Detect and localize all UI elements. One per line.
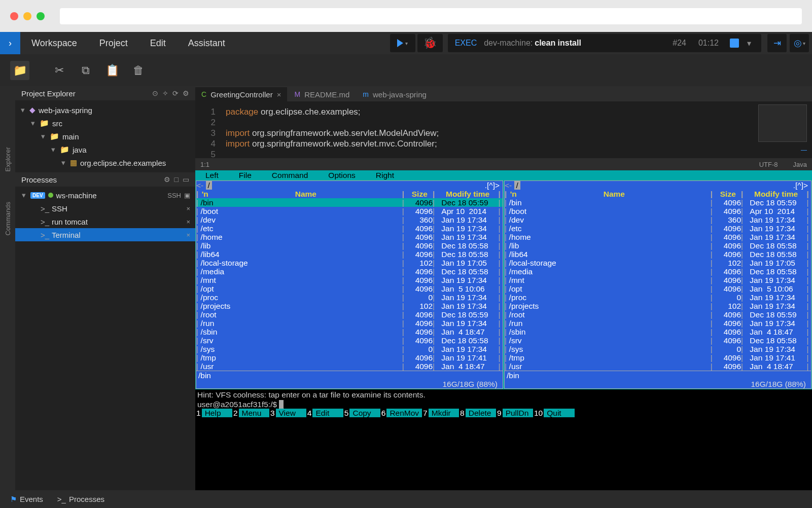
close-icon[interactable]: × [186, 231, 190, 239]
bottom-tab-events[interactable]: ⚑Events [10, 495, 43, 504]
gear-icon[interactable]: ⚙ [183, 89, 189, 97]
chevron-down-icon[interactable]: ▾ [20, 191, 27, 200]
mc-file-row[interactable]: |/dev|360|Jan 19 17:34| [196, 215, 503, 224]
rail-commands-tab[interactable]: Commands [4, 202, 12, 235]
rail-explorer-tab[interactable]: Explorer [4, 147, 12, 171]
remote-button[interactable]: ⇥ [767, 34, 787, 52]
mc-file-row[interactable]: |/tmp|4096|Jan 19 17:41| [505, 353, 811, 362]
mc-file-row[interactable]: |/local-storage|102|Jan 19 17:05| [505, 259, 811, 267]
mc-file-row[interactable]: |/boot|4096|Apr 10 2014| [196, 207, 503, 215]
url-bar[interactable] [60, 8, 802, 24]
chevron-down-icon[interactable]: ▾ [40, 132, 47, 141]
paste-button[interactable]: 📋 [102, 61, 122, 80]
new-file-button[interactable]: 📁 [10, 61, 29, 80]
code-body[interactable]: package org.eclipse.che.examples; import… [220, 106, 441, 158]
tree-row[interactable]: ▾📁src [15, 117, 195, 130]
tree-row[interactable]: ▾📁java [15, 143, 195, 156]
mc-path[interactable]: / [206, 181, 212, 190]
chevron-down-icon[interactable]: ▾ [29, 119, 37, 128]
close-icon[interactable]: × [186, 205, 190, 212]
mc-fkey[interactable]: 7Mkdir [422, 409, 459, 417]
mc-file-row[interactable]: |/opt|4096|Jan 5 10:06| [505, 284, 811, 293]
editor-tab[interactable]: mweb-java-spring [357, 87, 433, 101]
mc-file-row[interactable]: |/sbin|4096|Jan 4 18:47| [196, 328, 503, 336]
traffic-min-icon[interactable] [23, 12, 31, 20]
mc-file-row[interactable]: |/srv|4096|Dec 18 05:58| [196, 336, 503, 345]
close-icon[interactable]: × [277, 90, 281, 99]
mc-file-row[interactable]: |/home|4096|Jan 19 17:34| [196, 233, 503, 241]
locate-icon[interactable]: ⊙ [152, 89, 158, 97]
encoding-label[interactable]: UTF-8 [759, 161, 778, 168]
mc-file-row[interactable]: |/usr|4096|Jan 4 18:47| [505, 362, 811, 371]
mc-updir[interactable]: .[^]> [793, 181, 808, 190]
mc-fkey[interactable]: 10Quit [533, 409, 575, 417]
mc-fkey[interactable]: 8Delete [459, 409, 496, 417]
mc-updir[interactable]: .[^]> [485, 181, 500, 190]
chevron-down-icon[interactable]: ▾ [60, 158, 67, 167]
menu-workspace[interactable]: Workspace [20, 38, 88, 48]
mc-file-row[interactable]: |/mnt|4096|Jan 19 17:34| [196, 276, 503, 284]
tree-row[interactable]: ▾◆web-java-spring [15, 103, 195, 117]
chevron-down-icon[interactable]: ▾ [19, 105, 26, 115]
mc-file-row[interactable]: |/local-storage|102|Jan 19 17:05| [196, 259, 503, 267]
minimize-icon[interactable]: ▭ [183, 175, 189, 184]
menu-assistant[interactable]: Assistant [177, 38, 236, 48]
mc-file-row[interactable]: |/lib|4096|Dec 18 05:58| [505, 241, 811, 250]
mc-file-row[interactable]: |/projects|102|Jan 19 17:34| [196, 302, 503, 310]
mc-file-row[interactable]: |/etc|4096|Jan 19 17:34| [505, 224, 811, 233]
mc-file-row[interactable]: |/srv|4096|Dec 18 05:58| [505, 336, 811, 345]
mc-file-row[interactable]: |/root|4096|Dec 18 05:59| [505, 310, 811, 319]
bottom-tab-processes[interactable]: >_Processes [57, 495, 104, 503]
mc-file-row[interactable]: |/media|4096|Dec 18 05:58| [505, 267, 811, 276]
minimap[interactable] [758, 104, 807, 142]
mc-file-row[interactable]: |/bin|4096|Dec 18 05:59| [196, 198, 503, 207]
refresh-icon[interactable]: ⟳ [172, 89, 179, 97]
mc-file-row[interactable]: |/root|4096|Dec 18 05:59| [196, 310, 503, 319]
terminal-panel[interactable]: LeftFileCommandOptionsRight <- /.[^]>|'n… [195, 170, 812, 490]
cut-button[interactable]: ✂ [50, 61, 69, 80]
mc-menu-item[interactable]: Right [366, 171, 404, 179]
language-label[interactable]: Java [793, 161, 807, 168]
tree-row[interactable]: ▾▦org.eclipse.che.examples [15, 156, 195, 169]
mc-file-row[interactable]: |/sys|0|Jan 19 17:34| [505, 345, 811, 353]
ssh-label[interactable]: SSH [167, 192, 181, 199]
mc-file-row[interactable]: |/lib64|4096|Dec 18 05:58| [196, 250, 503, 259]
code-editor[interactable]: 12345 package org.eclipse.che.examples; … [195, 101, 812, 158]
process-row[interactable]: >_SSH× [15, 202, 195, 215]
mc-file-row[interactable]: |/usr|4096|Jan 4 18:47| [196, 362, 503, 371]
process-row[interactable]: >_run tomcat× [15, 215, 195, 228]
traffic-close-icon[interactable] [10, 12, 18, 20]
mc-file-row[interactable]: |/projects|102|Jan 19 17:34| [505, 302, 811, 310]
collapse-icon[interactable]: ✧ [162, 89, 168, 97]
settings-button[interactable]: ◎▾ [790, 34, 809, 52]
close-icon[interactable]: × [186, 218, 190, 226]
mc-fkey[interactable]: 9PullDn [496, 409, 533, 417]
mc-fkey[interactable]: 1Help [195, 409, 232, 417]
mc-fkey[interactable]: 4Edit [306, 409, 343, 417]
mc-fkey[interactable]: 2Menu [232, 409, 269, 417]
mc-menu-bar[interactable]: LeftFileCommandOptionsRight [195, 170, 812, 180]
maximize-icon[interactable]: □ [174, 175, 179, 184]
mc-prompt[interactable]: user@a2051acf31f5:/$ _ [195, 400, 812, 409]
menu-edit[interactable]: Edit [139, 38, 177, 48]
mc-fkey[interactable]: 3View [269, 409, 306, 417]
mc-file-row[interactable]: |/lib64|4096|Dec 18 05:58| [505, 250, 811, 259]
mc-menu-item[interactable]: Options [318, 171, 365, 179]
process-machine-row[interactable]: ▾ DEV ws-machine SSH ▣ [15, 189, 195, 202]
mc-file-row[interactable]: |/lib|4096|Dec 18 05:58| [196, 241, 503, 250]
mc-menu-item[interactable]: File [229, 171, 262, 179]
mc-path[interactable]: / [514, 181, 520, 190]
mc-file-row[interactable]: |/boot|4096|Apr 10 2014| [505, 207, 811, 215]
mc-file-row[interactable]: |/proc|0|Jan 19 17:34| [196, 293, 503, 302]
app-menu-button[interactable]: › [0, 32, 20, 54]
mc-menu-item[interactable]: Command [262, 171, 319, 179]
mc-file-row[interactable]: |/run|4096|Jan 19 17:34| [505, 319, 811, 328]
mc-file-row[interactable]: |/proc|0|Jan 19 17:34| [505, 293, 811, 302]
mc-file-row[interactable]: |/dev|360|Jan 19 17:34| [505, 215, 811, 224]
mc-fkey[interactable]: 6RenMov [380, 409, 422, 417]
exec-command-box[interactable]: EXEC dev-machine: clean install #24 01:1… [448, 34, 761, 52]
tree-row[interactable]: ▾📁main [15, 130, 195, 143]
menu-project[interactable]: Project [88, 38, 139, 48]
mc-file-row[interactable]: |/mnt|4096|Jan 19 17:34| [505, 276, 811, 284]
mc-file-row[interactable]: |/media|4096|Dec 18 05:58| [196, 267, 503, 276]
